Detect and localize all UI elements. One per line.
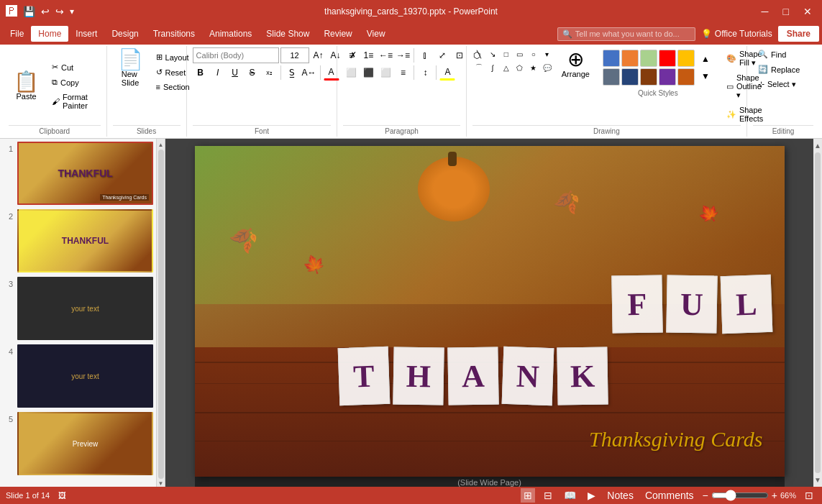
search-input[interactable] bbox=[575, 29, 690, 38]
shape-roundrect[interactable]: ▭ bbox=[513, 47, 526, 60]
menu-transitions[interactable]: Transitions bbox=[146, 26, 202, 42]
slide-thumb-3[interactable]: 3 ★ your text bbox=[3, 277, 153, 340]
slide-thumb-1[interactable]: 1 THANKFUL Thanksgiving Cards bbox=[3, 142, 153, 205]
strikethrough-button[interactable]: S bbox=[245, 65, 260, 81]
shape-star[interactable]: ★ bbox=[527, 61, 540, 74]
zoom-out-button[interactable]: − bbox=[703, 490, 708, 501]
numbering-button[interactable]: 1≡ bbox=[360, 47, 376, 63]
cut-button[interactable]: ✂ Cut bbox=[47, 60, 101, 74]
format-painter-button[interactable]: 🖌 Format Painter bbox=[47, 91, 101, 112]
text-highlight-button[interactable]: A bbox=[439, 65, 455, 81]
bullets-button[interactable]: ≡ bbox=[343, 47, 359, 63]
menu-home[interactable]: Home bbox=[31, 26, 68, 42]
select-button[interactable]: ⊹ Select ▾ bbox=[753, 78, 805, 91]
font-size-increase-button[interactable]: A↑ bbox=[311, 47, 326, 63]
slide-thumb-5[interactable]: 5 Preview bbox=[3, 412, 153, 475]
qs-orange[interactable] bbox=[621, 50, 639, 67]
underline-button[interactable]: U bbox=[227, 65, 243, 81]
slide-thumb-2[interactable]: 2 ★ THANKFUL bbox=[3, 209, 153, 272]
menu-view[interactable]: View bbox=[360, 26, 393, 42]
slide-image-5[interactable]: Preview bbox=[17, 412, 153, 475]
comments-button[interactable]: Comments bbox=[642, 488, 697, 503]
shape-pentagon[interactable]: ⬠ bbox=[513, 61, 526, 74]
replace-button[interactable]: 🔄 Replace bbox=[753, 63, 805, 76]
qs-red[interactable] bbox=[659, 50, 676, 67]
shape-line[interactable]: ╲ bbox=[472, 47, 485, 60]
align-center-button[interactable]: ⬛ bbox=[360, 65, 376, 81]
shape-oval[interactable]: ○ bbox=[527, 47, 540, 60]
bold-button[interactable]: B bbox=[193, 65, 209, 81]
notes-button[interactable]: Notes bbox=[604, 488, 636, 503]
menu-design[interactable]: Design bbox=[104, 26, 145, 42]
align-right-button[interactable]: ⬜ bbox=[378, 65, 393, 81]
scroll-thumb[interactable] bbox=[158, 150, 164, 479]
menu-review[interactable]: Review bbox=[316, 26, 359, 42]
share-button[interactable]: Share bbox=[778, 26, 819, 42]
menu-insert[interactable]: Insert bbox=[68, 26, 104, 42]
qs-blue[interactable] bbox=[603, 50, 620, 67]
scroll-up-arrow[interactable]: ▲ bbox=[158, 142, 164, 148]
quick-access-customize[interactable]: ▾ bbox=[70, 6, 74, 17]
canvas-v-scrollbar[interactable]: ▲ ▼ bbox=[813, 139, 822, 487]
slide-image-1[interactable]: THANKFUL Thanksgiving Cards bbox=[17, 142, 153, 205]
scroll-down-arrow[interactable]: ▼ bbox=[158, 480, 164, 487]
subscript-button[interactable]: x₂ bbox=[262, 65, 278, 81]
qs-brown[interactable] bbox=[640, 68, 657, 86]
slide-canvas[interactable]: T H A N K F U L Thanksg bbox=[195, 146, 785, 477]
zoom-slider[interactable] bbox=[711, 490, 769, 501]
search-box[interactable]: 🔍 bbox=[557, 27, 695, 41]
font-name-input[interactable] bbox=[193, 47, 279, 63]
italic-button[interactable]: I bbox=[210, 65, 226, 81]
qs-darkorange[interactable] bbox=[677, 68, 695, 86]
minimize-button[interactable]: ─ bbox=[757, 4, 773, 19]
qs-darkblue[interactable] bbox=[621, 68, 639, 86]
qs-scroll-up[interactable]: ▲ bbox=[698, 51, 713, 67]
close-button[interactable]: ✕ bbox=[799, 4, 816, 19]
menu-animations[interactable]: Animations bbox=[202, 26, 259, 42]
find-button[interactable]: 🔍 Find bbox=[753, 47, 805, 61]
char-spacing-button[interactable]: A↔ bbox=[301, 65, 317, 81]
decrease-indent-button[interactable]: ←≡ bbox=[378, 47, 393, 63]
slide-image-3[interactable]: ★ your text bbox=[17, 277, 153, 340]
text-direction-button[interactable]: ⤢ bbox=[434, 47, 450, 63]
align-left-button[interactable]: ⬜ bbox=[343, 65, 359, 81]
line-spacing-button[interactable]: ↕ bbox=[417, 65, 433, 81]
normal-view-button[interactable]: ⊞ bbox=[521, 488, 535, 503]
slide-panel-scrollbar[interactable]: ▲ ▼ bbox=[157, 139, 165, 487]
arrange-button[interactable]: ⊕ Arrange bbox=[557, 47, 595, 81]
qs-purple[interactable] bbox=[659, 68, 676, 86]
slide-panel[interactable]: 1 THANKFUL Thanksgiving Cards 2 ★ THANKF… bbox=[0, 139, 157, 487]
qs-scroll-down[interactable]: ▼ bbox=[698, 68, 713, 84]
fit-window-button[interactable]: ⊡ bbox=[802, 488, 816, 503]
restore-button[interactable]: □ bbox=[779, 4, 793, 19]
align-text-button[interactable]: ⊡ bbox=[452, 47, 467, 63]
justify-button[interactable]: ≡ bbox=[395, 65, 411, 81]
zoom-in-button[interactable]: + bbox=[772, 490, 777, 501]
new-slide-button[interactable]: 📄 NewSlide bbox=[113, 47, 148, 89]
v-scroll-down[interactable]: ▼ bbox=[814, 476, 821, 484]
shape-more[interactable]: ▾ bbox=[541, 47, 554, 60]
quick-access-redo[interactable]: ↪ bbox=[55, 6, 64, 17]
slide-thumb-4[interactable]: 4 your text bbox=[3, 344, 153, 408]
font-size-input[interactable] bbox=[280, 47, 309, 63]
reading-view-button[interactable]: 📖 bbox=[561, 488, 579, 503]
text-shadow-button[interactable]: S̲ bbox=[284, 65, 300, 81]
shape-triangle[interactable]: △ bbox=[500, 61, 513, 74]
menu-file[interactable]: File bbox=[3, 26, 31, 42]
shape-connector[interactable]: ⌒ bbox=[472, 61, 485, 74]
v-scroll-thumb[interactable] bbox=[815, 152, 821, 473]
slide-image-2[interactable]: ★ THANKFUL bbox=[17, 209, 153, 272]
increase-indent-button[interactable]: →≡ bbox=[395, 47, 411, 63]
qs-green[interactable] bbox=[640, 50, 657, 67]
slide-image-4[interactable]: your text bbox=[17, 344, 153, 408]
shape-arrow[interactable]: ↘ bbox=[486, 47, 499, 60]
quick-styles-button[interactable]: ▲ ▼ bbox=[598, 47, 718, 88]
paste-button[interactable]: 📋 Paste bbox=[9, 70, 44, 103]
office-tutorials-button[interactable]: 💡 Office Tutorials bbox=[695, 26, 778, 42]
shape-callout[interactable]: 💬 bbox=[541, 61, 554, 74]
quick-access-save[interactable]: 💾 bbox=[23, 6, 35, 17]
shape-rect[interactable]: □ bbox=[500, 47, 513, 60]
slide-sorter-button[interactable]: ⊟ bbox=[541, 488, 555, 503]
slideshow-view-button[interactable]: ▶ bbox=[585, 488, 598, 503]
v-scroll-up[interactable]: ▲ bbox=[814, 142, 821, 150]
